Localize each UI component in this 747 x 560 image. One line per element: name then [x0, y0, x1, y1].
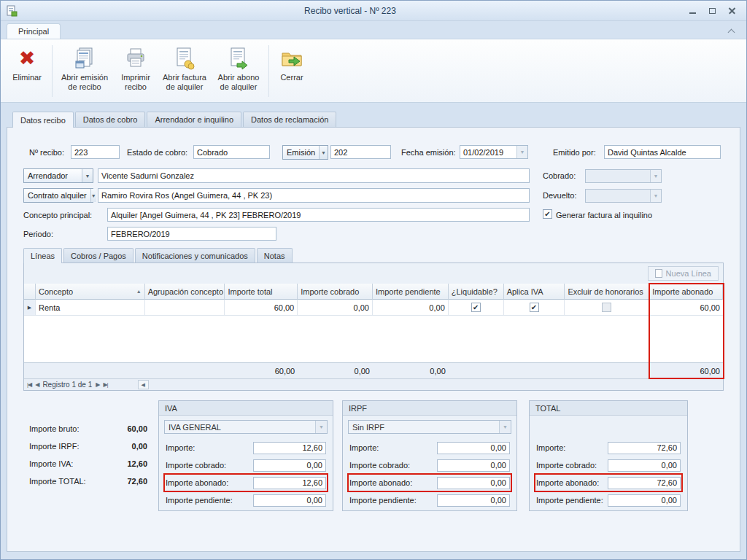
- devuelto-dropdown[interactable]: ▼: [585, 189, 662, 203]
- grid-header-row: Concepto ▲ Agrupación concepto Importe t…: [24, 284, 723, 300]
- iva-cobrado-row: Importe cobrado: 0,00: [164, 456, 328, 474]
- irpf-pendiente-row: Importe pendiente: 0,00: [348, 491, 511, 509]
- grid-footer-row: 60,00 0,00 0,00 60,00: [24, 362, 723, 378]
- previous-record-button[interactable]: ◀: [35, 381, 39, 388]
- dropdown-arrow-icon: ▼: [499, 421, 511, 433]
- column-header-liquidable[interactable]: ¿Liquidable?: [449, 284, 504, 300]
- concepto-principal-input[interactable]: Alquiler [Angel Guimera, 44 , PK 23] FEB…: [107, 208, 530, 222]
- ribbon-tab-principal[interactable]: Principal: [7, 23, 61, 39]
- imprimir-button[interactable]: Imprimir recibo: [115, 42, 157, 101]
- nueva-linea-button[interactable]: Nueva Línea: [648, 266, 719, 281]
- iva-abonado-field[interactable]: 12,60: [253, 477, 326, 489]
- arrendador-dropdown[interactable]: Arrendador ▼: [23, 168, 93, 183]
- iva-importe-field[interactable]: 12,60: [253, 442, 326, 454]
- iva-type-dropdown[interactable]: IVA GENERAL ▼: [164, 420, 328, 434]
- liquidable-checkbox[interactable]: ✔: [471, 303, 481, 312]
- cell-concepto[interactable]: Renta: [36, 300, 145, 316]
- cell-importe-abonado[interactable]: 60,00: [649, 300, 723, 316]
- column-header-agrupacion[interactable]: Agrupación concepto: [145, 284, 225, 300]
- emision-dropdown[interactable]: Emisión ▼: [282, 145, 328, 160]
- grid-data-row[interactable]: ▶ Renta 60,00 0,00 0,00 ✔ ✔ 60,00: [24, 300, 723, 316]
- tab-cobros-pagos[interactable]: Cobros / Pagos: [63, 248, 133, 262]
- column-header-importe-abonado[interactable]: Importe abonado: [649, 284, 723, 300]
- tab-notas[interactable]: Notas: [257, 248, 293, 262]
- total-importe-label: Importe:: [536, 443, 565, 452]
- row-marker-icon: ▶: [24, 300, 36, 316]
- cell-importe-total[interactable]: 60,00: [225, 300, 298, 316]
- abrir-emision-button[interactable]: Abrir emisión de recibo: [56, 42, 113, 101]
- total-importe-row: Importe: 72,60: [535, 439, 682, 456]
- emision-number-input[interactable]: 202: [330, 145, 391, 159]
- cobrado-dropdown[interactable]: ▼: [585, 169, 662, 183]
- abrir-emision-label: Abrir emisión de recibo: [59, 73, 110, 91]
- generar-factura-checkbox[interactable]: ✔: [543, 209, 552, 219]
- close-button[interactable]: [722, 4, 742, 18]
- delete-x-icon: ✖: [15, 46, 39, 71]
- cerrar-button[interactable]: Cerrar: [273, 42, 311, 101]
- aplica-iva-checkbox[interactable]: ✔: [530, 303, 539, 312]
- tab-datos-recibo[interactable]: Datos recibo: [12, 112, 74, 128]
- ribbon-collapse-button[interactable]: [726, 27, 736, 36]
- iva-importe-row: Importe: 12,60: [164, 439, 328, 456]
- excluir-honorarios-checkbox[interactable]: [602, 303, 611, 312]
- app-icon: [6, 5, 18, 17]
- irpf-cobrado-field[interactable]: 0,00: [437, 459, 510, 472]
- total-cobrado-field[interactable]: 0,00: [608, 459, 681, 472]
- last-record-button[interactable]: ▶|: [103, 381, 107, 388]
- emitido-por-input[interactable]: David Quintas Alcalde: [604, 145, 721, 159]
- tab-notificaciones[interactable]: Notificaciones y comunicados: [135, 248, 255, 262]
- tab-arrendador-inquilino[interactable]: Arrendador e inquilino: [147, 112, 241, 127]
- scroll-left-button[interactable]: ◀: [138, 380, 149, 389]
- abrir-factura-button[interactable]: Abrir factura de alquiler: [158, 42, 211, 101]
- num-recibo-input[interactable]: 223: [71, 145, 120, 159]
- tab-datos-reclamacion[interactable]: Datos de reclamación: [243, 112, 336, 127]
- contrato-alquiler-input[interactable]: Ramiro Rovira Ros (Angel Guimera, 44 , P…: [98, 188, 530, 203]
- cell-importe-cobrado[interactable]: 0,00: [298, 300, 373, 316]
- cell-agrupacion[interactable]: [145, 300, 225, 316]
- iva-importe-label: Importe:: [166, 443, 195, 452]
- eliminar-button[interactable]: ✖ Eliminar: [6, 42, 48, 101]
- contrato-alquiler-dropdown[interactable]: Contrato alquiler ▼: [23, 188, 93, 203]
- first-record-button[interactable]: |◀: [27, 381, 31, 388]
- column-header-excluir-honorarios[interactable]: Excluir de honorarios: [565, 284, 649, 300]
- column-header-importe-total[interactable]: Importe total: [225, 284, 298, 300]
- fecha-emision-value: 01/02/2019: [463, 148, 503, 157]
- abrir-abono-label: Abrir abono de alquiler: [215, 73, 262, 91]
- iva-pendiente-field[interactable]: 0,00: [253, 494, 326, 507]
- dropdown-arrow-icon: ▼: [650, 190, 661, 202]
- column-header-concepto[interactable]: Concepto ▲: [36, 284, 145, 300]
- fecha-emision-input[interactable]: 01/02/2019 ▼: [460, 145, 528, 159]
- cell-importe-pendiente[interactable]: 0,00: [373, 300, 449, 316]
- total-abonado-label: Importe abonado:: [536, 478, 599, 487]
- abrir-abono-button[interactable]: Abrir abono de alquiler: [212, 42, 265, 101]
- grid-empty-area: [24, 316, 723, 362]
- generar-factura-label: Generar factura al inquilino: [556, 211, 652, 219]
- irpf-type-dropdown[interactable]: Sin IRPF ▼: [348, 420, 511, 434]
- tab-datos-cobro[interactable]: Datos de cobro: [75, 112, 146, 127]
- column-header-importe-pendiente[interactable]: Importe pendiente: [373, 284, 449, 300]
- invoice-coins-icon: [172, 46, 197, 71]
- periodo-input[interactable]: FEBRERO/2019: [107, 227, 276, 241]
- column-header-aplica-iva[interactable]: Aplica IVA: [504, 284, 565, 300]
- column-header-importe-cobrado[interactable]: Importe cobrado: [298, 284, 373, 300]
- estado-cobro-label: Estado de cobro:: [127, 148, 187, 157]
- cerrar-label: Cerrar: [280, 73, 303, 82]
- ribbon-tab-strip: Principal: [1, 21, 746, 39]
- maximize-button[interactable]: [703, 4, 722, 18]
- irpf-pendiente-field[interactable]: 0,00: [437, 494, 510, 507]
- iva-cobrado-field[interactable]: 0,00: [253, 459, 326, 472]
- estado-cobro-input[interactable]: Cobrado: [193, 145, 270, 159]
- total-groupbox: TOTAL Importe: 72,60 Importe cobrado: 0,…: [529, 400, 688, 511]
- irpf-importe-row: Importe: 0,00: [348, 439, 511, 456]
- calendar-dropdown-icon[interactable]: ▼: [516, 146, 527, 158]
- next-record-button[interactable]: ▶: [96, 381, 99, 388]
- lines-tab-strip: Líneas Cobros / Pagos Notificaciones y c…: [23, 248, 294, 262]
- minimize-button[interactable]: [683, 4, 703, 18]
- tab-lineas[interactable]: Líneas: [23, 248, 62, 263]
- total-pendiente-field[interactable]: 0,00: [608, 494, 681, 507]
- irpf-abonado-field[interactable]: 0,00: [437, 477, 510, 489]
- arrendador-input[interactable]: Vicente Sadurni Gonzalez: [98, 168, 530, 183]
- total-importe-field[interactable]: 72,60: [608, 442, 681, 454]
- total-abonado-field[interactable]: 72,60: [608, 477, 681, 489]
- irpf-importe-field[interactable]: 0,00: [437, 442, 510, 454]
